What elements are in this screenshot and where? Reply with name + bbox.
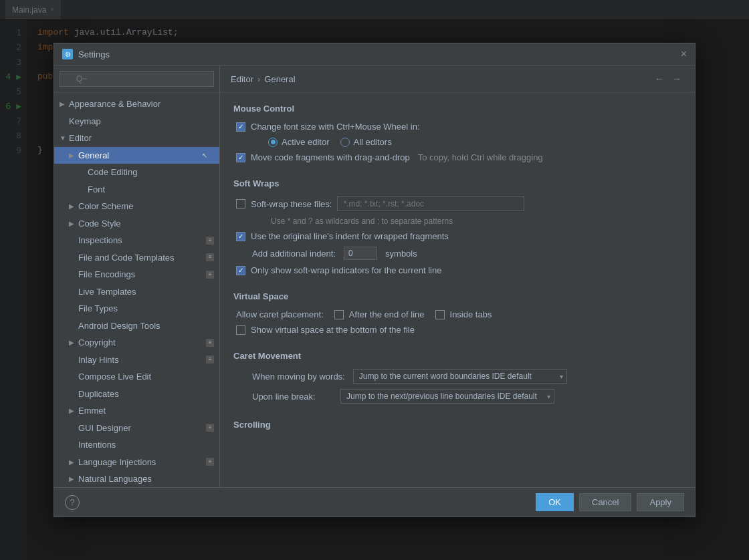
tree-label-inspections: Inspections [78,234,203,247]
tree-arrow-language-injections: ▶ [69,457,78,467]
file-encodings-badge: ≡ [206,271,214,279]
active-editor-radio[interactable]: Active editor [268,137,330,147]
tree-item-compose-live-edit[interactable]: Compose Live Edit [54,368,219,386]
tree-item-copyright[interactable]: ▶ Copyright ≡ [54,334,219,352]
active-editor-radio-btn[interactable] [268,138,278,147]
language-injections-badge: ≡ [206,458,214,466]
breadcrumb-parent: Editor [231,74,253,84]
after-end-checkbox[interactable] [334,310,344,319]
change-font-label: Change font size with Ctrl+Mouse Wheel i… [251,122,420,132]
tree-label-gui-designer: GUI Designer [78,422,203,435]
tree-arrow-editor: ▼ [60,133,69,143]
dialog-close-button[interactable]: × [681,49,687,59]
inspections-badge: ≡ [206,237,214,245]
upon-line-select[interactable]: Jump to the next/previous line boundarie… [340,389,554,404]
tree-item-code-editing[interactable]: Code Editing [54,164,219,181]
move-code-label: Move code fragments with drag-and-drop [251,152,410,162]
tree-item-code-style[interactable]: ▶ Code Style [54,215,219,233]
tree-label-editor: Editor [69,132,214,145]
when-moving-row: When moving by words: Jump to the curren… [233,369,681,384]
right-content: Mouse Control ✓ Change font size with Ct… [220,93,695,487]
scrolling-section-title: Scrolling [233,420,681,430]
caret-movement-section-title: Caret Movement [233,351,681,361]
tree-item-inspections[interactable]: Inspections ≡ [54,232,219,249]
soft-wraps-section-title: Soft Wraps [233,178,681,188]
search-wrapper: 🔍 [60,71,214,87]
tree-item-font[interactable]: Font [54,181,219,198]
soft-wrap-files-checkbox[interactable] [236,199,245,208]
tree-item-natural-languages[interactable]: ▶ Natural Languages [54,470,219,487]
tree-label-natural-languages: Natural Languages [78,472,214,486]
all-editors-radio-btn[interactable] [340,138,350,147]
ok-button[interactable]: OK [536,493,574,511]
tree-item-android-design-tools[interactable]: Android Design Tools [54,317,219,335]
settings-dialog: ⚙ Settings × 🔍 ▶ [54,43,696,517]
tree-label-emmet: Emmet [78,404,214,418]
tree-label-general: General [78,149,202,162]
only-show-indicators-checkbox[interactable]: ✓ [236,266,245,275]
show-virtual-space-label: Show virtual space at the bottom of the … [251,325,415,335]
show-virtual-space-checkbox[interactable] [236,325,245,335]
cancel-button[interactable]: Cancel [579,493,631,511]
breadcrumb-current: General [264,74,295,84]
footer-left: ? [65,495,80,510]
move-code-hint: To copy, hold Ctrl while dragging [418,152,543,162]
tree-item-file-encodings[interactable]: File Encodings ≡ [54,266,219,283]
tree-item-language-injections[interactable]: ▶ Language Injections ≡ [54,454,219,471]
search-input[interactable] [60,71,214,87]
when-moving-select-wrapper: Jump to the current word boundaries IDE … [353,369,567,384]
all-editors-radio[interactable]: All editors [340,137,392,147]
right-panel: Editor › General ← → Mouse Control ✓ [220,65,695,487]
tree-arrow-natural-languages: ▶ [69,474,78,484]
show-virtual-space-row: Show virtual space at the bottom of the … [233,325,681,335]
tree-item-emmet[interactable]: ▶ Emmet [54,402,219,420]
left-panel: 🔍 ▶ Appearance & Behavior Keymap [54,65,220,487]
apply-button[interactable]: Apply [637,493,684,511]
tree-item-file-code-templates[interactable]: File and Code Templates ≡ [54,249,219,267]
tree-label-file-encodings: File Encodings [78,268,203,281]
inside-tabs-checkbox[interactable] [435,310,445,319]
tree-item-color-scheme[interactable]: ▶ Color Scheme [54,198,219,215]
upon-line-row: Upon line break: Jump to the next/previo… [233,389,681,404]
dialog-title-text: Settings [78,49,110,59]
tree-item-gui-designer[interactable]: GUI Designer ≡ [54,420,219,437]
when-moving-label: When moving by words: [252,372,345,382]
add-indent-input[interactable] [344,247,377,260]
tree-arrow-appearance: ▶ [60,99,69,109]
use-original-indent-label: Use the original line's indent for wrapp… [251,231,449,241]
soft-wrap-files-input[interactable] [337,196,524,211]
tree-label-color-scheme: Color Scheme [78,200,214,213]
tree-arrow-color-scheme: ▶ [69,201,78,211]
after-end-label: After the end of line [349,309,425,319]
soft-wrap-files-label: Soft-wrap these files: [251,199,332,209]
tree-label-file-code-templates: File and Code Templates [78,251,203,265]
move-code-checkbox[interactable]: ✓ [236,153,245,162]
when-moving-select[interactable]: Jump to the current word boundaries IDE … [353,369,567,384]
nav-forward-button[interactable]: → [669,72,684,86]
tree-item-duplicates[interactable]: Duplicates [54,386,219,403]
dialog-body: 🔍 ▶ Appearance & Behavior Keymap [54,65,695,487]
divider-1 [233,168,681,178]
only-show-indicators-label: Only show soft-wrap indicators for the c… [251,265,441,275]
tree-item-file-types[interactable]: File Types [54,300,219,317]
dialog-title-bar: ⚙ Settings × [54,43,695,65]
add-indent-row: Add additional indent: symbols [233,247,681,260]
use-original-indent-checkbox[interactable]: ✓ [236,232,245,241]
settings-icon: ⚙ [62,49,73,59]
nav-back-button[interactable]: ← [652,72,667,86]
tree-item-live-templates[interactable]: Live Templates [54,283,219,301]
tree-item-inlay-hints[interactable]: Inlay Hints ≡ [54,352,219,369]
tree-label-android-design-tools: Android Design Tools [78,319,214,333]
tree-item-intentions[interactable]: Intentions [54,436,219,454]
change-font-checkbox[interactable]: ✓ [236,122,245,132]
tree-label-file-types: File Types [78,302,214,315]
tree-item-general[interactable]: ▶ General ↖ [54,147,219,164]
tree-item-editor[interactable]: ▼ Editor [54,130,219,147]
dialog-footer: ? OK Cancel Apply [54,487,695,517]
tree-item-appearance[interactable]: ▶ Appearance & Behavior [54,96,219,113]
active-editor-radio-label: Active editor [282,137,330,147]
inside-tabs-label: Inside tabs [450,309,492,319]
upon-line-label: Upon line break: [252,392,332,402]
tree-item-keymap[interactable]: Keymap [54,113,219,130]
help-button[interactable]: ? [65,495,80,510]
